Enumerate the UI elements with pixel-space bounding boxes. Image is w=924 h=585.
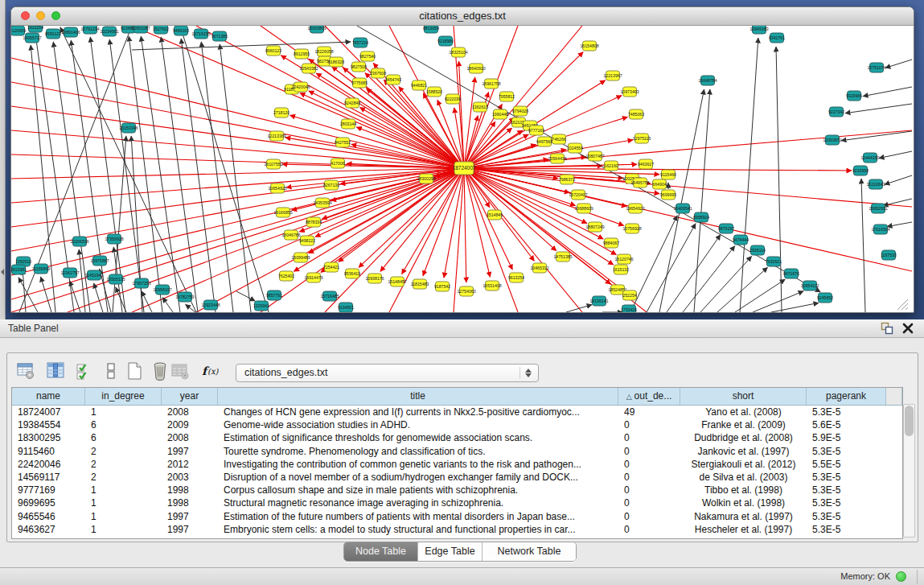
new-table-icon[interactable] <box>124 361 145 381</box>
graph-node[interactable]: 14136141 <box>589 296 608 306</box>
graph-node[interactable]: 16495758 <box>630 178 649 187</box>
table-row[interactable]: 1456911722003Disruption of a novel membe… <box>12 471 902 484</box>
graph-node[interactable]: 8878334 <box>306 217 322 227</box>
graph-node[interactable]: 9827546 <box>359 51 376 61</box>
graph-node[interactable]: 664904 <box>652 179 666 189</box>
graph-node[interactable]: 7254421 <box>323 262 339 272</box>
table-row[interactable]: 2242004622012Investigating the contribut… <box>12 458 902 471</box>
graph-node[interactable]: 10945183 <box>749 26 768 34</box>
function-builder-icon[interactable]: f(x) <box>200 361 221 381</box>
select-all-icon[interactable] <box>74 361 95 381</box>
table-cell-short[interactable]: Dudbridge et al. (2008) <box>680 431 807 444</box>
graph-edge[interactable] <box>11 130 464 168</box>
graph-node[interactable]: 10688609 <box>574 204 593 213</box>
table-cell-year[interactable]: 2008 <box>162 406 218 418</box>
graph-node[interactable]: 10807487 <box>585 151 604 161</box>
table-cell-short[interactable]: Jankovic et al. (1997) <box>680 445 807 458</box>
graph-node[interactable]: 9613254 <box>508 273 524 282</box>
table-cell-in_degree[interactable]: 2 <box>85 471 162 484</box>
graph-node[interactable]: 746266 <box>552 134 565 144</box>
graph-edge[interactable] <box>694 89 710 312</box>
graph-edge[interactable] <box>70 281 80 312</box>
graph-node[interactable]: 1024554 <box>567 143 583 153</box>
graph-node[interactable]: 1913254 <box>27 26 43 32</box>
graph-node[interactable]: 17016504 <box>871 225 889 234</box>
graph-node[interactable]: 10543382 <box>299 64 318 73</box>
graph-node[interactable]: 8186328 <box>328 57 344 67</box>
table-cell-in_degree[interactable]: 1 <box>85 510 162 523</box>
graph-edge[interactable] <box>683 246 735 312</box>
graph-node[interactable]: 9446821 <box>411 80 427 90</box>
table-cell-out_degree[interactable]: 0 <box>618 496 680 509</box>
graph-edge[interactable] <box>181 39 216 312</box>
graph-node[interactable]: 16120746 <box>614 254 633 264</box>
graph-node[interactable]: 9498222 <box>299 236 315 245</box>
graph-node[interactable]: 18300295 <box>417 174 435 183</box>
table-row[interactable]: 1872400712008Changes of HCN gene express… <box>12 406 902 418</box>
column-header-short[interactable]: short <box>680 388 807 405</box>
graph-node[interactable]: 12754063 <box>457 286 475 296</box>
zoom-window-icon[interactable] <box>51 11 60 20</box>
graph-edge[interactable] <box>841 131 912 141</box>
graph-edge[interactable] <box>647 224 696 312</box>
graph-node[interactable]: 9215958 <box>852 166 869 175</box>
tab-node-table[interactable]: Node Table <box>344 542 417 561</box>
graph-edge[interactable] <box>667 235 721 312</box>
graph-node[interactable]: 22420046 <box>291 82 310 92</box>
table-cell-name[interactable]: 9465546 <box>12 510 85 523</box>
table-cell-title[interactable]: Estimation of significance thresholds fo… <box>218 431 618 444</box>
table-cell-out_degree[interactable]: 0 <box>618 510 680 523</box>
graph-edge[interactable] <box>879 151 912 159</box>
graph-node[interactable]: 10654112 <box>801 281 819 290</box>
table-cell-year[interactable]: 2012 <box>162 458 218 471</box>
graph-node[interactable]: 9115460 <box>660 170 676 179</box>
graph-edge[interactable] <box>309 91 464 168</box>
graph-edge[interactable] <box>861 179 865 312</box>
graph-edge[interactable] <box>464 168 466 282</box>
graph-node[interactable]: 1588520 <box>426 87 442 97</box>
graph-node[interactable]: 17359928 <box>105 234 123 244</box>
network-table-select[interactable]: citations_edges.txt <box>236 364 539 382</box>
table-cell-title[interactable]: Corpus callosum shape and size in male p… <box>218 484 618 496</box>
graph-node[interactable]: 12975115 <box>633 134 651 143</box>
graph-node[interactable]: 417006 <box>331 159 344 168</box>
graph-node[interactable]: 15148457 <box>388 277 406 286</box>
graph-node[interactable]: 1167533 <box>881 250 897 260</box>
graph-node[interactable]: 15716485 <box>320 291 339 301</box>
graph-node[interactable]: 1514845 <box>487 210 503 220</box>
table-cell-in_degree[interactable]: 2 <box>85 445 162 458</box>
table-cell-pagerank[interactable]: 5.3E-5 <box>807 510 886 523</box>
table-cell-out_degree[interactable]: 0 <box>618 431 680 444</box>
column-header-out_degree[interactable]: △out_de... <box>618 388 680 405</box>
graph-node[interactable]: 15692931 <box>869 204 887 213</box>
column-header-in_degree[interactable]: in_degree <box>85 388 162 405</box>
graph-node[interactable]: 10975887 <box>90 256 109 266</box>
graph-node[interactable]: 7625402 <box>278 271 294 281</box>
table-cell-year[interactable]: 1997 <box>162 510 218 523</box>
graph-node[interactable]: 8454743 <box>385 75 401 84</box>
graph-edge[interactable] <box>464 168 616 255</box>
memory-ok-icon[interactable] <box>896 571 906 582</box>
close-panel-icon[interactable] <box>901 322 914 335</box>
graph-node[interactable]: 7857224 <box>352 38 368 47</box>
graph-node[interactable]: 1203941 <box>253 301 269 311</box>
graph-node[interactable]: 8342761 <box>769 33 785 43</box>
graph-node[interactable]: 11451943 <box>85 270 104 280</box>
graph-node[interactable]: 8536419 <box>344 269 360 278</box>
graph-node[interactable]: 13505135 <box>106 274 125 284</box>
table-cell-in_degree[interactable]: 1 <box>85 496 162 509</box>
graph-node[interactable]: 14055717 <box>23 33 41 43</box>
table-cell-name[interactable]: 9699695 <box>12 496 85 509</box>
node-table[interactable]: namein_degreeyeartitle△out_de...shortpag… <box>11 387 903 539</box>
graph-node[interactable]: 7485063 <box>628 109 644 119</box>
graph-node[interactable]: 9474444 <box>733 235 749 245</box>
graph-node[interactable]: 20153346 <box>119 123 138 133</box>
table-body[interactable]: 1872400712008Changes of HCN gene express… <box>12 406 902 536</box>
graph-node[interactable]: 18325104 <box>449 47 467 57</box>
graph-node[interactable]: 162160 <box>604 161 618 171</box>
table-cell-year[interactable]: 2009 <box>162 418 218 431</box>
graph-edge[interactable] <box>142 291 152 312</box>
graph-node[interactable]: 18640910 <box>466 64 485 73</box>
graph-node[interactable]: 18724007 <box>453 162 476 175</box>
table-row[interactable]: 911546021997Tourette syndrome. Phenomeno… <box>12 445 902 458</box>
